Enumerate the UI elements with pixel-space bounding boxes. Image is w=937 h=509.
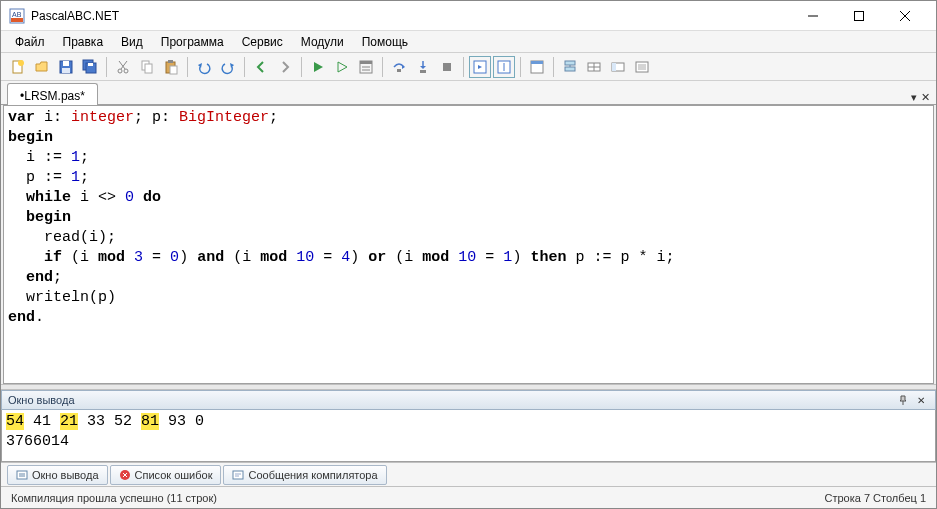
step-into-button[interactable] <box>412 56 434 78</box>
nav-back-button[interactable] <box>250 56 272 78</box>
copy-button[interactable] <box>136 56 158 78</box>
watch-button[interactable] <box>583 56 605 78</box>
svg-rect-31 <box>443 63 451 71</box>
svg-rect-20 <box>145 64 152 73</box>
svg-rect-49 <box>17 471 27 479</box>
toolbar-separator <box>244 57 245 77</box>
toggle-output-right-button[interactable] <box>493 56 515 78</box>
window-title: PascalABC.NET <box>31 9 790 23</box>
bottom-tab-errors-label: Список ошибок <box>135 469 213 481</box>
menu-file[interactable]: Файл <box>7 33 53 51</box>
disassembly-button[interactable] <box>631 56 653 78</box>
menu-modules[interactable]: Модули <box>293 33 352 51</box>
code-line: writeln(p) <box>8 288 929 308</box>
output-tab-icon <box>16 469 28 481</box>
toolbar-separator <box>106 57 107 77</box>
class-view-button[interactable] <box>559 56 581 78</box>
bottom-tab-messages-label: Сообщения компилятора <box>248 469 377 481</box>
menu-service[interactable]: Сервис <box>234 33 291 51</box>
code-line: read(i); <box>8 228 929 248</box>
new-file-button[interactable] <box>7 56 29 78</box>
svg-text:AB: AB <box>12 11 22 18</box>
cut-button[interactable] <box>112 56 134 78</box>
menu-help[interactable]: Помощь <box>354 33 416 51</box>
svg-rect-44 <box>612 63 616 71</box>
menu-program[interactable]: Программа <box>153 33 232 51</box>
svg-rect-38 <box>565 67 575 71</box>
code-line: begin <box>8 128 929 148</box>
open-file-button[interactable] <box>31 56 53 78</box>
toolbar-separator <box>553 57 554 77</box>
svg-rect-37 <box>565 61 575 65</box>
code-line: i := 1; <box>8 148 929 168</box>
code-line: end. <box>8 308 929 328</box>
toolbar-separator <box>301 57 302 77</box>
toolbar <box>1 53 936 81</box>
bottom-tab-messages[interactable]: Сообщения компилятора <box>223 465 386 485</box>
code-editor[interactable]: var i: integer; p: BigInteger;begin i :=… <box>3 105 934 384</box>
output-panel[interactable]: 54 41 21 33 52 81 93 03766014 <box>1 410 936 462</box>
output-panel-header: Окно вывода ✕ <box>1 390 936 410</box>
svg-point-15 <box>118 69 122 73</box>
svg-rect-28 <box>397 69 401 72</box>
paste-button[interactable] <box>160 56 182 78</box>
svg-rect-25 <box>360 61 372 64</box>
minimize-button[interactable] <box>790 1 836 31</box>
toolbar-separator <box>463 57 464 77</box>
redo-button[interactable] <box>217 56 239 78</box>
toolbar-separator <box>187 57 188 77</box>
editor-tab-active[interactable]: •LRSM.pas* <box>7 83 98 105</box>
step-over-button[interactable] <box>388 56 410 78</box>
messages-tab-icon <box>232 469 244 481</box>
tab-dropdown-icon[interactable]: ▾ <box>911 91 917 104</box>
close-button[interactable] <box>882 1 928 31</box>
code-line: end; <box>8 268 929 288</box>
code-line: while i <> 0 do <box>8 188 929 208</box>
tab-label: •LRSM.pas* <box>20 89 85 103</box>
svg-rect-14 <box>88 63 93 66</box>
stop-button[interactable] <box>436 56 458 78</box>
save-all-button[interactable] <box>79 56 101 78</box>
svg-rect-22 <box>168 60 173 63</box>
run-button[interactable] <box>307 56 329 78</box>
form-designer-button[interactable] <box>526 56 548 78</box>
output-close-icon[interactable]: ✕ <box>913 392 929 408</box>
statusbar: Компиляция прошла успешно (11 строк) Стр… <box>1 486 936 508</box>
toolbar-separator <box>520 57 521 77</box>
menu-edit[interactable]: Правка <box>55 33 112 51</box>
save-button[interactable] <box>55 56 77 78</box>
locals-button[interactable] <box>607 56 629 78</box>
bottom-tab-output-label: Окно вывода <box>32 469 99 481</box>
svg-point-16 <box>124 69 128 73</box>
svg-rect-11 <box>62 68 70 73</box>
status-cursor-position: Строка 7 Столбец 1 <box>824 492 926 504</box>
editor-tabstrip: •LRSM.pas* ▾ ✕ <box>1 81 936 105</box>
svg-rect-10 <box>63 61 69 66</box>
svg-rect-23 <box>170 66 177 74</box>
output-panel-title: Окно вывода <box>8 394 893 406</box>
toggle-output-left-button[interactable] <box>469 56 491 78</box>
output-pin-icon[interactable] <box>895 392 911 408</box>
run-noargs-button[interactable] <box>331 56 353 78</box>
svg-rect-4 <box>855 11 864 20</box>
output-line: 54 41 21 33 52 81 93 0 <box>6 412 931 432</box>
nav-forward-button[interactable] <box>274 56 296 78</box>
svg-point-8 <box>18 60 24 66</box>
undo-button[interactable] <box>193 56 215 78</box>
compile-button[interactable] <box>355 56 377 78</box>
tab-close-icon[interactable]: ✕ <box>921 91 930 104</box>
bottom-tab-output[interactable]: Окно вывода <box>7 465 108 485</box>
code-line: begin <box>8 208 929 228</box>
svg-rect-36 <box>531 61 543 64</box>
code-line: p := 1; <box>8 168 929 188</box>
titlebar: AB PascalABC.NET <box>1 1 936 31</box>
menu-view[interactable]: Вид <box>113 33 151 51</box>
svg-rect-55 <box>233 471 243 479</box>
svg-rect-2 <box>11 18 23 22</box>
maximize-button[interactable] <box>836 1 882 31</box>
bottom-tab-errors[interactable]: Список ошибок <box>110 465 222 485</box>
svg-rect-30 <box>420 70 426 73</box>
bottom-tabs: Окно вывода Список ошибок Сообщения комп… <box>1 462 936 486</box>
errors-tab-icon <box>119 469 131 481</box>
code-line: var i: integer; p: BigInteger; <box>8 108 929 128</box>
